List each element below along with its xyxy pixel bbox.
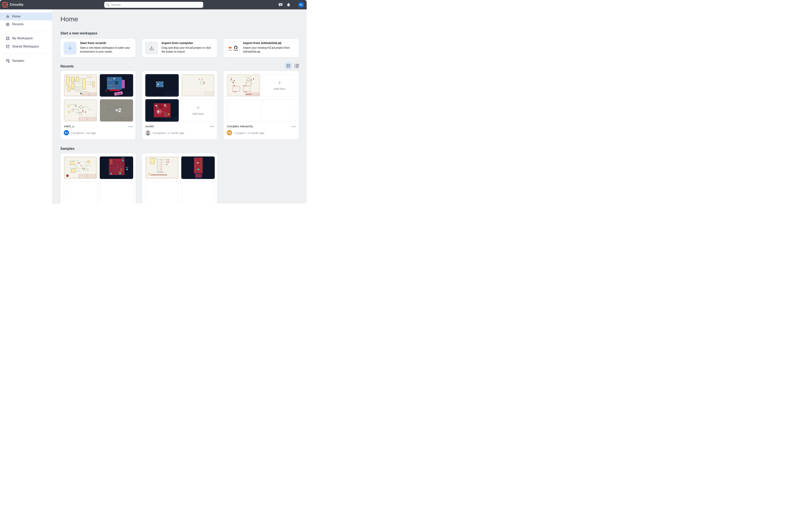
sidebar-item-label: My Workspace bbox=[12, 37, 33, 40]
sidebar-item-samples[interactable]: Samples bbox=[0, 57, 52, 65]
project-title: interf_u bbox=[64, 125, 74, 128]
project-thumbnail[interactable]: GND GND 5 bbox=[145, 99, 179, 122]
gitlab-icon bbox=[228, 45, 232, 49]
plus-icon bbox=[196, 106, 200, 110]
download-tile bbox=[145, 42, 158, 54]
project-card-complex-hierarchy: Add New Complex Hierarchy AE 1 project •… bbox=[224, 71, 299, 139]
empty-slot-tile bbox=[181, 182, 215, 204]
project-thumbnail-more[interactable]: +2 bbox=[100, 99, 133, 122]
recents-section-heading: Recents bbox=[60, 64, 74, 69]
samples-section-heading: Samples bbox=[60, 147, 75, 151]
project-title: Complex Hierarchy bbox=[227, 125, 253, 128]
search-icon bbox=[106, 3, 110, 6]
project-thumbnail[interactable] bbox=[64, 74, 97, 97]
sidebar-item-my-workspace[interactable]: My Workspace bbox=[0, 34, 52, 42]
empty-slot-tile bbox=[100, 182, 133, 204]
page-title: Home bbox=[60, 15, 78, 23]
start-section-heading: Start a new workspace bbox=[60, 31, 97, 35]
project-thumbnail[interactable]: KiCad bbox=[100, 74, 133, 97]
grid-icon bbox=[6, 37, 9, 40]
sample-thumbnail[interactable] bbox=[181, 156, 215, 179]
project-meta: 3 projects • 1 month ago bbox=[153, 131, 184, 135]
project-meta: 2 projects • 1w ago bbox=[71, 131, 96, 135]
sidebar-item-home[interactable]: Home bbox=[0, 13, 52, 20]
download-icon bbox=[149, 45, 154, 51]
start-card-description: Drag and drop your KiCad project or clic… bbox=[161, 46, 215, 54]
sample-thumbnail[interactable] bbox=[64, 156, 97, 179]
empty-slot-tile bbox=[145, 182, 179, 204]
start-card-title: Start from scracth bbox=[80, 41, 106, 45]
sidebar-item-recents[interactable]: Recents bbox=[0, 20, 52, 28]
topbar-actions: FL bbox=[278, 0, 304, 10]
project-menu-button[interactable] bbox=[210, 126, 214, 127]
list-view-toggle[interactable] bbox=[294, 64, 299, 68]
empty-slot-tile bbox=[64, 182, 97, 204]
search-input[interactable] bbox=[111, 3, 201, 6]
home-icon bbox=[6, 15, 9, 18]
import-from-computer-card[interactable]: Import from computer Drag and drop your … bbox=[142, 39, 217, 57]
circuitly-logo-icon: C bbox=[2, 2, 8, 7]
github-label: GitHub bbox=[233, 50, 238, 51]
chat-icon bbox=[278, 2, 283, 7]
project-thumbnail[interactable] bbox=[181, 74, 215, 97]
project-owner-avatar: AE bbox=[227, 130, 232, 135]
sidebar: Home Recents My Workspace Shared Workspa… bbox=[0, 10, 52, 204]
project-thumbnail[interactable] bbox=[227, 74, 260, 97]
add-new-project-tile[interactable]: Add New bbox=[263, 74, 296, 97]
project-menu-button[interactable] bbox=[291, 126, 296, 127]
sidebar-item-shared-workspace[interactable]: Shared Workspace bbox=[0, 42, 52, 51]
sidebar-item-label: Shared Workspace bbox=[12, 45, 39, 48]
brand-name: Circuitly bbox=[10, 3, 23, 7]
svg-text:5: 5 bbox=[166, 114, 167, 115]
project-menu-button[interactable] bbox=[129, 126, 133, 127]
start-card-description: Start a new blank workspace to tailor yo… bbox=[80, 46, 134, 54]
grid-view-icon bbox=[287, 64, 290, 68]
project-thumbnail[interactable] bbox=[64, 99, 97, 122]
project-owner-avatar: EJ bbox=[64, 130, 69, 135]
project-card-ecc83: GND GND 5 Add New ecc83 bbox=[142, 71, 217, 139]
topbar: C Circuitly bbox=[0, 0, 307, 10]
github-logo-block: GitHub bbox=[233, 45, 238, 51]
samples-icon bbox=[6, 59, 9, 62]
sidebar-item-label: Home bbox=[12, 15, 21, 18]
plus-icon bbox=[278, 81, 282, 85]
project-card-interf_u: KiCad bbox=[60, 71, 136, 139]
messages-button[interactable] bbox=[278, 2, 283, 7]
add-new-project-tile[interactable]: Add New bbox=[181, 99, 215, 122]
project-owner-avatar-photo bbox=[145, 130, 151, 135]
svg-text:REF**: REF** bbox=[122, 157, 125, 158]
add-new-label: Add New bbox=[274, 87, 285, 90]
start-from-scratch-card[interactable]: Start from scracth Start a new blank wor… bbox=[60, 39, 136, 57]
brand[interactable]: C Circuitly bbox=[2, 2, 23, 7]
project-thumbnail[interactable] bbox=[145, 74, 179, 97]
project-title: ecc83 bbox=[146, 125, 153, 128]
notifications-button[interactable] bbox=[286, 2, 291, 7]
sidebar-divider bbox=[2, 54, 51, 54]
sample-card-1: REF** REF** bbox=[60, 153, 136, 204]
gitlab-label: GitLab bbox=[228, 50, 232, 51]
add-new-label: Add New bbox=[192, 112, 204, 115]
main-content: Home Start a new workspace Start from sc… bbox=[52, 10, 307, 204]
user-avatar[interactable]: FL bbox=[298, 2, 304, 7]
grid-view-toggle[interactable] bbox=[285, 63, 291, 69]
empty-slot-tile bbox=[227, 99, 260, 122]
bell-icon bbox=[286, 2, 291, 7]
start-card-title: Import from GitHub/GitLab bbox=[243, 41, 281, 45]
list-view-icon bbox=[294, 64, 299, 68]
plus-tile bbox=[64, 42, 76, 54]
git-logos-tile: GitLab GitHub bbox=[227, 42, 240, 54]
svg-text:GND: GND bbox=[165, 106, 167, 107]
sidebar-item-label: Recents bbox=[12, 22, 24, 26]
start-card-description: Import your existing KiCad project from … bbox=[243, 46, 297, 54]
import-from-github-gitlab-card[interactable]: GitLab GitHub Import from GitHub/GitLab … bbox=[224, 39, 299, 57]
app-window: C Circuitly bbox=[0, 0, 307, 204]
more-projects-overlay: +2 bbox=[100, 99, 133, 121]
plus-icon bbox=[68, 45, 73, 51]
sample-card-2 bbox=[142, 153, 217, 204]
github-icon bbox=[234, 45, 237, 49]
sample-thumbnail[interactable] bbox=[145, 156, 179, 179]
person-photo bbox=[145, 130, 151, 135]
sample-thumbnail[interactable]: REF** REF** bbox=[100, 156, 133, 179]
shared-workspace-icon bbox=[6, 45, 9, 48]
clock-icon bbox=[6, 22, 9, 26]
